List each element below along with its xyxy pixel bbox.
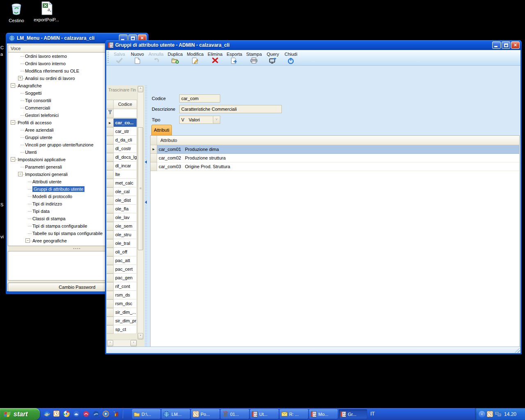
collapse-arrow-icon[interactable] <box>145 160 147 164</box>
collapse-icon[interactable]: − <box>11 157 15 162</box>
scroll-left-icon[interactable]: ‹ <box>107 340 113 346</box>
list-item[interactable]: pac_gen <box>107 274 137 282</box>
list-item[interactable]: d_da_cli <box>107 136 137 144</box>
codice-label: Codice <box>152 96 166 101</box>
table-row[interactable]: car_com03Origine Prod. Struttura <box>151 162 519 171</box>
query-button[interactable]: Query <box>264 51 282 65</box>
collapse-icon[interactable]: − <box>25 238 30 243</box>
list-item[interactable]: pac_cert <box>107 265 137 274</box>
taskbar-task-8[interactable]: Gr... <box>339 409 367 419</box>
collapse-icon[interactable]: − <box>11 83 15 88</box>
messenger-quicklaunch-icon[interactable] <box>73 411 80 418</box>
code-cell: d_da_cli <box>114 136 137 144</box>
print-icon <box>250 57 258 64</box>
list-item[interactable]: ole_fla <box>107 205 137 213</box>
maximize-button[interactable] <box>502 41 510 49</box>
list-item[interactable]: ole_stru <box>107 231 137 239</box>
list-item[interactable]: dl_incar <box>107 162 137 170</box>
taskbar-task-2[interactable]: LM... <box>162 409 190 419</box>
desktop-text-fragment: vi <box>0 234 4 239</box>
list-item[interactable]: rsm_dsc <box>107 299 137 308</box>
codice-input[interactable] <box>179 94 220 103</box>
list-item[interactable]: ole_lav <box>107 213 137 222</box>
tab-attributi[interactable]: Attributi <box>151 125 172 135</box>
taskbar-task-4[interactable]: 01... <box>221 409 249 419</box>
list-item[interactable]: oli_off <box>107 248 137 256</box>
esporta-button[interactable]: Esporta <box>224 51 244 65</box>
taskbar-task-7[interactable]: Mo... <box>309 409 338 419</box>
resize-grip[interactable] <box>515 347 520 353</box>
list-item[interactable]: ▶car_co... <box>107 119 137 127</box>
list-item[interactable]: sir_dim_pr <box>107 317 137 325</box>
expand-icon[interactable]: + <box>18 76 23 80</box>
vertical-scrollbar[interactable]: ˄ ˅ <box>137 86 144 340</box>
elimina-button[interactable]: Elimina <box>205 51 224 64</box>
taskbar-task-3[interactable]: Po... <box>191 409 219 419</box>
filter-cell[interactable] <box>114 109 137 118</box>
taskbar-task-6[interactable]: R: ... <box>280 409 308 419</box>
vertical-splitter[interactable] <box>145 85 147 353</box>
duplica-button[interactable]: Duplica <box>166 51 185 64</box>
horizontal-scrollbar[interactable]: ‹ › <box>107 340 137 347</box>
list-item[interactable]: ole_dist <box>107 196 137 205</box>
ie-quicklaunch-icon[interactable]: e <box>43 411 51 418</box>
desktop-icon-export[interactable]: a, exportPoiP... <box>32 1 61 22</box>
list-item[interactable]: pac_att <box>107 256 137 265</box>
network-icon[interactable] <box>495 411 502 417</box>
group-by-caption: Trascinare l'in <box>108 87 136 92</box>
attributo-column-header[interactable]: Attributo <box>157 136 519 145</box>
list-item[interactable]: sp_ct <box>107 325 137 334</box>
list-item[interactable]: car_str <box>107 127 137 136</box>
tray-clock-app-icon[interactable] <box>487 411 493 417</box>
list-item[interactable]: dl_docs_lg <box>107 153 137 162</box>
list-item[interactable]: ole_cal <box>107 187 137 196</box>
chart-app-quicklaunch-icon[interactable] <box>112 411 120 418</box>
tipo-combobox[interactable]: V Valori ˅ <box>179 116 220 124</box>
scroll-right-icon[interactable]: › <box>130 340 137 346</box>
toolbar-grip[interactable] <box>107 52 109 64</box>
table-row[interactable]: ▶car_com01Produzione dima <box>151 145 519 154</box>
blue-app-quicklaunch-icon[interactable] <box>93 411 100 418</box>
list-item[interactable]: ole_sem <box>107 222 137 231</box>
close-button[interactable]: × <box>511 41 520 49</box>
row-indicator <box>107 213 114 222</box>
collapse-icon[interactable]: − <box>11 120 15 125</box>
list-item[interactable]: sir_dim_... <box>107 308 137 317</box>
table-row[interactable]: car_com02Produzione struttura <box>151 154 519 162</box>
red-app-quicklaunch-icon[interactable] <box>83 411 90 418</box>
code-cell: ole_lav <box>114 213 137 222</box>
code-cell: dl_costr <box>114 144 137 153</box>
list-item[interactable]: dl_costr <box>107 144 137 153</box>
start-button[interactable]: start <box>0 408 40 420</box>
collapse-icon[interactable]: − <box>18 172 23 176</box>
collapse-arrow-icon[interactable] <box>145 201 147 204</box>
modifica-button[interactable]: Modifica <box>185 51 205 65</box>
chrome-quicklaunch-icon[interactable] <box>63 411 71 418</box>
list-item[interactable]: lte <box>107 170 137 179</box>
app-window-titlebar[interactable]: Gruppi di attributo utente - ADMIN - cal… <box>105 40 522 50</box>
list-item[interactable]: met_calc <box>107 179 137 187</box>
chiudi-button[interactable]: Chiudi <box>282 51 300 65</box>
nuovo-button[interactable]: Nuovo <box>128 51 146 65</box>
attributo-code-cell: car_com01 <box>157 145 183 154</box>
minimize-button[interactable] <box>492 41 501 49</box>
taskbar-task-5[interactable]: Ut... <box>250 409 278 419</box>
row-indicator <box>107 162 114 170</box>
tray-chevron-icon[interactable]: ‹ <box>479 411 485 418</box>
codice-column-header[interactable]: Codice <box>114 100 137 109</box>
language-indicator[interactable]: IT <box>370 408 375 420</box>
chevron-down-icon[interactable]: ˅ <box>213 116 220 123</box>
scroll-down-icon[interactable]: ˅ <box>138 333 143 339</box>
list-item[interactable]: rsm_ds <box>107 291 137 299</box>
desktop-icon-cestino[interactable]: Cestino <box>2 2 31 23</box>
scrollbar-thumb[interactable] <box>138 127 143 250</box>
descrizione-input[interactable] <box>179 105 282 113</box>
scroll-up-icon[interactable]: ˄ <box>138 86 143 92</box>
clock-app-quicklaunch-icon[interactable] <box>53 411 61 418</box>
stampa-button[interactable]: Stampa <box>244 51 264 64</box>
list-item[interactable]: rif_cont <box>107 282 137 291</box>
filter-funnel-icon[interactable] <box>107 109 114 118</box>
media-player-quicklaunch-icon[interactable] <box>103 411 110 418</box>
list-item[interactable]: ole_tral <box>107 239 137 248</box>
taskbar-task-1[interactable]: D:\... <box>132 409 160 419</box>
